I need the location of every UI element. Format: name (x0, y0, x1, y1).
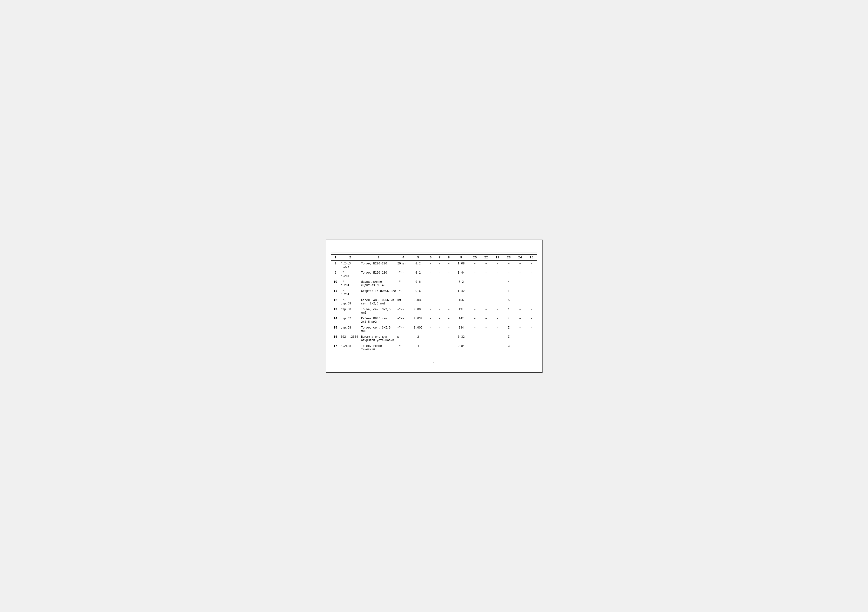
cell-4-9: I,42 (453, 288, 469, 297)
cell-4-2: –"- п.25I (340, 288, 360, 297)
cell-7-9: I4I (453, 316, 469, 325)
cell-2-15: – (525, 270, 537, 279)
cell-2-13: – (503, 270, 515, 279)
cell-5-4: км (397, 297, 410, 307)
cell-5-6: – (426, 297, 436, 307)
cell-1-10: – (469, 261, 480, 270)
cell-3-15: – (525, 279, 537, 288)
th-5: 5 (410, 255, 426, 261)
cell-1-7: – (435, 261, 444, 270)
cell-5-12: – (492, 297, 503, 307)
cell-1-5: 0,I (410, 261, 426, 270)
cell-7-2: стр.57 (340, 316, 360, 325)
th-10: IO (469, 255, 480, 261)
cell-8-15: – (525, 325, 537, 334)
cell-2-10: – (469, 270, 480, 279)
cell-8-6: – (426, 325, 436, 334)
cell-6-6: – (426, 307, 436, 316)
main-table: I 2 3 4 5 6 7 8 9 IO II I2 I3 I4 I5 8П.I… (331, 254, 537, 353)
cell-8-10: – (469, 325, 480, 334)
cell-2-11: – (480, 270, 492, 279)
cell-3-6: – (426, 279, 436, 288)
cell-10-10: – (469, 343, 480, 353)
cell-10-4: –"-– (397, 343, 410, 353)
cell-3-3: Лампа люмине-сцентная ЛБ-40 (360, 279, 397, 288)
cell-1-8: – (444, 261, 453, 270)
cell-6-15: – (525, 307, 537, 316)
cell-10-2: п.2628 (340, 343, 360, 353)
cell-4-7: – (435, 288, 444, 297)
cell-7-15: – (525, 316, 537, 325)
bottom-border (331, 367, 537, 367)
cell-4-1: II (331, 288, 340, 297)
cell-8-4: –"-– (397, 325, 410, 334)
cell-8-14: – (515, 325, 525, 334)
th-13: I3 (503, 255, 515, 261)
cell-10-11: – (480, 343, 492, 353)
cell-9-15: – (525, 334, 537, 343)
cell-8-13: I (503, 325, 515, 334)
cell-7-11: – (480, 316, 492, 325)
cell-6-3: То же, сеч. 3x2,5 мм2 (360, 307, 397, 316)
cell-7-13: 4 (503, 316, 515, 325)
cell-5-11: – (480, 297, 492, 307)
cell-9-5: 2 (410, 334, 426, 343)
cell-2-6: – (426, 270, 436, 279)
th-2: 2 (340, 255, 360, 261)
cell-4-8: – (444, 288, 453, 297)
page: I 2 3 4 5 6 7 8 9 IO II I2 I3 I4 I5 8П.I… (326, 239, 542, 373)
cell-9-11: – (480, 334, 492, 343)
cell-5-1: I2 (331, 297, 340, 307)
cell-6-10: – (469, 307, 480, 316)
th-9: 9 (453, 255, 469, 261)
header-code (332, 247, 340, 251)
cell-5-7: – (435, 297, 444, 307)
cell-7-7: – (435, 316, 444, 325)
cell-5-8: – (444, 297, 453, 307)
cell-5-2: –"- стр.59 (340, 297, 360, 307)
cell-6-1: I3 (331, 307, 340, 316)
cell-2-3: То же, Б220-200 (360, 270, 397, 279)
cell-8-9: 234 (453, 325, 469, 334)
cell-9-10: – (469, 334, 480, 343)
cell-9-2: 092 п.2634 (340, 334, 360, 343)
cell-3-10: – (469, 279, 480, 288)
cell-5-5: 0,030 (410, 297, 426, 307)
cell-3-7: – (435, 279, 444, 288)
cell-9-6: – (426, 334, 436, 343)
cell-9-8: – (444, 334, 453, 343)
cell-7-5: 0,030 (410, 316, 426, 325)
cell-10-8: – (444, 343, 453, 353)
cell-10-7: – (435, 343, 444, 353)
cell-2-14: – (515, 270, 525, 279)
cell-8-3: То же, сеч. 3xI,5 мм2 (360, 325, 397, 334)
cell-4-11: – (480, 288, 492, 297)
cell-1-3: То же, Б220-I00 (360, 261, 397, 270)
cell-2-1: 9 (331, 270, 340, 279)
cell-9-14: – (515, 334, 525, 343)
cell-4-12: – (492, 288, 503, 297)
cell-10-1: I7 (331, 343, 340, 353)
cell-6-7: – (435, 307, 444, 316)
cell-7-4: –"-– (397, 316, 410, 325)
cell-5-9: I66 (453, 297, 469, 307)
cell-7-3: Кабель ВВВГ сеч. 2xI,5 мм2 (360, 316, 397, 325)
cell-5-14: – (515, 297, 525, 307)
th-12: I2 (492, 255, 503, 261)
cell-5-3: Кабель АВВГ-0,66 кв сеч. 2x2,5 мм2 (360, 297, 397, 307)
cell-1-9: I,08 (453, 261, 469, 270)
cell-2-5: 0,2 (410, 270, 426, 279)
cell-2-8: – (444, 270, 453, 279)
cell-1-1: 8 (331, 261, 340, 270)
cell-3-9: 7,2 (453, 279, 469, 288)
th-3: 3 (360, 255, 397, 261)
cell-6-11: – (480, 307, 492, 316)
cell-10-14: – (515, 343, 525, 353)
cell-3-1: IO (331, 279, 340, 288)
page-header (331, 245, 537, 253)
footer-dot: , (331, 353, 537, 363)
cell-10-5: 4 (410, 343, 426, 353)
cell-4-3: Стартер I5-80/СК-220 (360, 288, 397, 297)
cell-8-1: I5 (331, 325, 340, 334)
footer-space: , (331, 353, 537, 367)
